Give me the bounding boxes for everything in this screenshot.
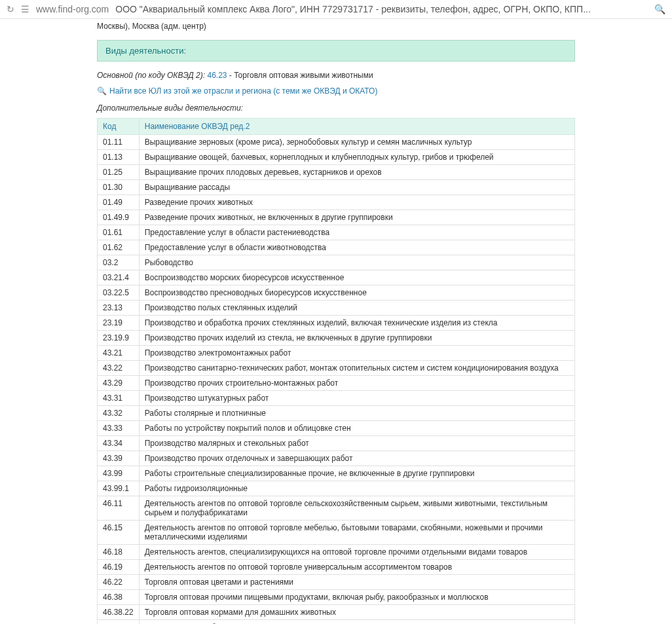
- activity-name: Выращивание прочих плодовых деревьев, ку…: [139, 165, 574, 180]
- search-icon[interactable]: 🔍: [654, 4, 665, 14]
- activity-code: 43.34: [98, 436, 140, 451]
- table-row: 46.11Деятельность агентов по оптовой тор…: [98, 496, 575, 521]
- table-row: 01.25Выращивание прочих плодовых деревье…: [98, 165, 575, 180]
- activity-code: 01.62: [98, 240, 140, 255]
- activity-name: Производство и обработка прочих стеклянн…: [139, 316, 574, 331]
- activity-name: Деятельность агентов, специализирующихся…: [139, 545, 574, 560]
- activity-code: 01.61: [98, 225, 140, 240]
- table-row: 01.62Предоставление услуг в области живо…: [98, 240, 575, 255]
- activity-name: Разведение прочих животных: [139, 195, 574, 210]
- table-row: 46.43Торговля оптовая бытовыми электрото…: [98, 620, 575, 625]
- activity-code: 46.22: [98, 575, 140, 590]
- activity-code: 46.38: [98, 590, 140, 605]
- table-row: 43.31Производство штукатурных работ: [98, 391, 575, 406]
- main-content: Москвы), Москва (адм. центр) Виды деятел…: [90, 19, 582, 624]
- table-header-name[interactable]: Наименование ОКВЭД ред.2: [139, 119, 574, 135]
- reader-icon[interactable]: ☰: [21, 4, 29, 14]
- activity-name: Производство санитарно-технических работ…: [139, 361, 574, 376]
- table-row: 01.11Выращивание зерновых (кроме риса), …: [98, 135, 575, 150]
- activity-name: Предоставление услуг в области растениев…: [139, 225, 574, 240]
- table-row: 43.33Работы по устройству покрытий полов…: [98, 421, 575, 436]
- table-row: 01.30Выращивание рассады: [98, 180, 575, 195]
- table-row: 46.15Деятельность агентов по оптовой тор…: [98, 521, 575, 545]
- activity-name: Рыбоводство: [139, 255, 574, 270]
- activity-code: 03.21.4: [98, 270, 140, 285]
- activity-code: 43.31: [98, 391, 140, 406]
- main-activity: Основной (по коду ОКВЭД 2): 46.23 - Торг…: [97, 68, 575, 83]
- table-row: 01.49Разведение прочих животных: [98, 195, 575, 210]
- activity-name: Производство полых стеклянных изделий: [139, 301, 574, 316]
- find-similar-link[interactable]: 🔍 Найти все ЮЛ из этой же отрасли и реги…: [97, 83, 575, 100]
- activity-code: 03.2: [98, 255, 140, 270]
- table-row: 03.2Рыбоводство: [98, 255, 575, 270]
- browser-address-bar: ↻ ☰ www.find-org.com ООО "Аквариальный к…: [0, 0, 672, 19]
- activity-name: Производство прочих строительно-монтажны…: [139, 376, 574, 391]
- table-row: 43.39Производство прочих отделочных и за…: [98, 451, 575, 466]
- table-row: 23.13Производство полых стеклянных издел…: [98, 301, 575, 316]
- activity-code: 43.99: [98, 466, 140, 481]
- table-header-code[interactable]: Код: [98, 119, 140, 135]
- activity-code: 01.13: [98, 150, 140, 165]
- magnifier-icon: 🔍: [97, 86, 107, 96]
- activity-name: Воспроизводство морских биоресурсов иску…: [139, 270, 574, 285]
- activity-code: 43.33: [98, 421, 140, 436]
- activity-name: Деятельность агентов по оптовой торговле…: [139, 560, 574, 575]
- activity-name: Работы столярные и плотничные: [139, 406, 574, 421]
- activity-code: 43.99.1: [98, 481, 140, 496]
- activity-code: 43.29: [98, 376, 140, 391]
- activity-code: 23.19.9: [98, 331, 140, 346]
- activity-code: 03.22.5: [98, 285, 140, 301]
- table-row: 43.29Производство прочих строительно-мон…: [98, 376, 575, 391]
- activity-name: Деятельность агентов по оптовой торговле…: [139, 496, 574, 521]
- reload-icon[interactable]: ↻: [7, 4, 14, 14]
- additional-activities-label: Дополнительные виды деятельности:: [97, 100, 575, 118]
- main-activity-prefix: Основной (по коду ОКВЭД 2):: [97, 71, 205, 80]
- activity-code: 23.19: [98, 316, 140, 331]
- activity-name: Работы гидроизоляционные: [139, 481, 574, 496]
- table-row: 46.22Торговля оптовая цветами и растения…: [98, 575, 575, 590]
- table-row: 23.19.9Производство прочих изделий из ст…: [98, 331, 575, 346]
- activity-code: 01.30: [98, 180, 140, 195]
- activities-header: Виды деятельности:: [97, 40, 575, 62]
- main-activity-desc: - Торговля оптовая живыми животными: [229, 71, 373, 80]
- table-row: 23.19Производство и обработка прочих сте…: [98, 316, 575, 331]
- activity-code: 46.43: [98, 620, 140, 625]
- table-row: 43.32Работы столярные и плотничные: [98, 406, 575, 421]
- url-text[interactable]: www.find-org.com: [36, 4, 109, 14]
- activity-code: 01.25: [98, 165, 140, 180]
- activity-code: 43.22: [98, 361, 140, 376]
- table-row: 43.99.1Работы гидроизоляционные: [98, 481, 575, 496]
- activities-table: Код Наименование ОКВЭД ред.2 01.11Выращи…: [97, 118, 575, 624]
- table-row: 43.34Производство малярных и стекольных …: [98, 436, 575, 451]
- activity-name: Работы по устройству покрытий полов и об…: [139, 421, 574, 436]
- activity-code: 46.38.22: [98, 605, 140, 620]
- activity-code: 01.11: [98, 135, 140, 150]
- activity-code: 43.39: [98, 451, 140, 466]
- activity-name: Выращивание зерновых (кроме риса), зерно…: [139, 135, 574, 150]
- activity-name: Производство малярных и стекольных работ: [139, 436, 574, 451]
- table-row: 01.61Предоставление услуг в области раст…: [98, 225, 575, 240]
- activity-code: 01.49.9: [98, 210, 140, 225]
- find-link-text: Найти все ЮЛ из этой же отрасли и регион…: [109, 86, 377, 96]
- page-title: ООО "Аквариальный комплекс Аква Лого", И…: [115, 4, 648, 14]
- table-row: 01.49.9Разведение прочих животных, не вк…: [98, 210, 575, 225]
- table-row: 01.13Выращивание овощей, бахчевых, корне…: [98, 150, 575, 165]
- table-row: 03.22.5Воспроизводство пресноводных биор…: [98, 285, 575, 301]
- activity-code: 23.13: [98, 301, 140, 316]
- table-row: 43.21Производство электромонтажных работ: [98, 346, 575, 361]
- address-continuation: Москвы), Москва (адм. центр): [97, 19, 575, 33]
- activity-name: Выращивание овощей, бахчевых, корнеплодн…: [139, 150, 574, 165]
- activity-name: Торговля оптовая цветами и растениями: [139, 575, 574, 590]
- activity-name: Производство электромонтажных работ: [139, 346, 574, 361]
- activity-code: 01.49: [98, 195, 140, 210]
- table-row: 43.99Работы строительные специализирован…: [98, 466, 575, 481]
- activity-name: Деятельность агентов по оптовой торговле…: [139, 521, 574, 545]
- main-activity-code[interactable]: 46.23: [207, 71, 227, 80]
- activity-code: 46.19: [98, 560, 140, 575]
- activity-name: Предоставление услуг в области животново…: [139, 240, 574, 255]
- table-row: 46.19Деятельность агентов по оптовой тор…: [98, 560, 575, 575]
- activity-name: Торговля оптовая кормами для домашних жи…: [139, 605, 574, 620]
- table-row: 46.38.22Торговля оптовая кормами для дом…: [98, 605, 575, 620]
- activity-code: 43.21: [98, 346, 140, 361]
- activity-code: 46.15: [98, 521, 140, 545]
